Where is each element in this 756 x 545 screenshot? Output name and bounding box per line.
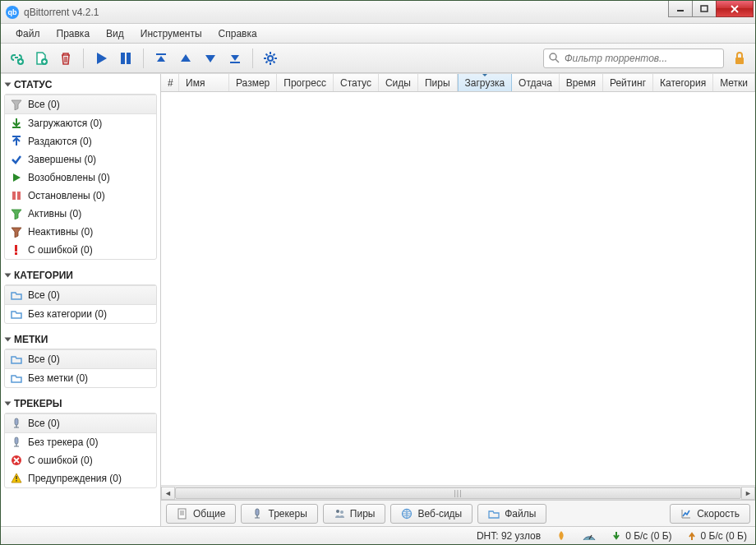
col-progress[interactable]: Прогресс (277, 74, 334, 91)
trackers-group: Все (0) Без трекера (0) С ошибкой (0) Пр… (4, 413, 157, 488)
scroll-left-button[interactable]: ◄ (161, 487, 175, 500)
col-status[interactable]: Статус (334, 74, 379, 91)
folder-icon (10, 353, 23, 366)
section-categories-header[interactable]: КАТЕГОРИИ (1, 266, 160, 284)
menu-file[interactable]: Файл (7, 25, 48, 42)
filter-completed[interactable]: Завершены (0) (5, 150, 156, 169)
tab-peers[interactable]: Пиры (323, 504, 386, 524)
folder-icon (10, 372, 23, 385)
tab-trackers[interactable]: Трекеры (241, 504, 317, 524)
menu-help[interactable]: Справка (210, 25, 265, 42)
status-dht-label: DHT: 92 узлов (477, 530, 541, 542)
col-eta[interactable]: Время (560, 74, 603, 91)
filter-errored[interactable]: С ошибкой (0) (5, 241, 156, 259)
sidebar-item-label: Все (0) (28, 418, 60, 429)
category-none[interactable]: Без категории (0) (5, 305, 156, 323)
section-status-header[interactable]: СТАТУС (1, 76, 160, 94)
scroll-thumb[interactable]: ||| (175, 487, 741, 499)
filter-seeding[interactable]: Раздаются (0) (5, 132, 156, 150)
section-trackers-header[interactable]: ТРЕКЕРЫ (1, 395, 160, 413)
status-alt-speed[interactable] (582, 531, 597, 541)
col-seeds[interactable]: Сиды (379, 74, 418, 91)
section-title: МЕТКИ (14, 334, 48, 345)
sidebar-item-label: Активны (0) (28, 208, 81, 219)
col-download[interactable]: Загрузка (458, 74, 513, 91)
svg-rect-5 (127, 53, 131, 64)
section-tags-header[interactable]: МЕТКИ (1, 330, 160, 349)
tag-all[interactable]: Все (0) (5, 349, 156, 369)
move-top-button[interactable] (152, 49, 170, 67)
tracker-none[interactable]: Без трекера (0) (5, 433, 156, 451)
tab-general[interactable]: Общие (166, 504, 236, 524)
col-rating[interactable]: Рейтинг (603, 74, 653, 91)
svg-rect-12 (17, 192, 21, 200)
filter-all[interactable]: Все (0) (5, 95, 156, 114)
filter-active[interactable]: Активны (0) (5, 205, 156, 223)
filter-resumed[interactable]: Возобновлены (0) (5, 169, 156, 187)
col-category[interactable]: Категория (653, 74, 713, 91)
status-upload[interactable]: 0 Б/с (0 Б) (687, 530, 747, 542)
col-name[interactable]: Имя (179, 74, 229, 91)
status-dht[interactable]: DHT: 92 узлов (477, 530, 541, 542)
scroll-right-button[interactable]: ► (741, 487, 755, 500)
maximize-button[interactable] (692, 1, 717, 17)
people-icon (334, 508, 345, 520)
add-link-button[interactable] (7, 49, 25, 67)
status-download[interactable]: 0 Б/с (0 Б) (611, 530, 671, 542)
settings-button[interactable] (261, 49, 279, 67)
tracker-all[interactable]: Все (0) (5, 413, 156, 433)
horizontal-scrollbar[interactable]: ◄ ||| ► (161, 485, 755, 500)
svg-point-22 (336, 510, 339, 513)
tab-content[interactable]: Файлы (477, 504, 546, 524)
server-icon (10, 417, 23, 430)
delete-button[interactable] (57, 49, 75, 67)
move-down-button[interactable] (201, 49, 219, 67)
down-arrow-icon (611, 531, 621, 541)
tab-http-sources[interactable]: Веб-сиды (390, 504, 472, 524)
folder-icon (488, 508, 500, 520)
tab-label: Пиры (350, 508, 376, 520)
funnel-icon (10, 98, 23, 111)
tab-label: Файлы (505, 508, 536, 520)
main-area: # Имя Размер Прогресс Статус Сиды Пиры З… (161, 74, 755, 526)
pause-icon (10, 189, 23, 202)
svg-rect-14 (15, 252, 17, 255)
toolbar-separator (252, 48, 253, 68)
col-peers[interactable]: Пиры (418, 74, 458, 91)
tracker-warning[interactable]: Предупреждения (0) (5, 469, 156, 487)
filter-downloading[interactable]: Загружаются (0) (5, 114, 156, 132)
flame-icon (555, 530, 567, 542)
tab-label: Скорость (697, 508, 740, 520)
move-up-button[interactable] (177, 49, 195, 67)
minimize-button[interactable] (668, 1, 693, 17)
filter-inactive[interactable]: Неактивны (0) (5, 223, 156, 241)
lock-button[interactable] (731, 49, 749, 67)
menu-edit[interactable]: Правка (48, 25, 99, 42)
col-num[interactable]: # (161, 74, 179, 91)
col-tags[interactable]: Метки (713, 74, 755, 91)
tag-none[interactable]: Без метки (0) (5, 369, 156, 387)
add-file-button[interactable] (32, 49, 50, 67)
play-icon (10, 171, 23, 184)
category-all[interactable]: Все (0) (5, 285, 156, 305)
status-group: Все (0) Загружаются (0) Раздаются (0) За… (4, 94, 157, 260)
svg-rect-0 (677, 10, 684, 12)
filter-paused[interactable]: Остановлены (0) (5, 187, 156, 205)
section-title: КАТЕГОРИИ (14, 270, 73, 281)
col-upload[interactable]: Отдача (512, 74, 560, 91)
resume-button[interactable] (92, 49, 110, 67)
status-firewall[interactable] (555, 530, 567, 542)
pause-button[interactable] (117, 49, 135, 67)
scroll-track[interactable]: ||| (175, 487, 741, 500)
filter-input[interactable] (565, 53, 718, 64)
svg-rect-4 (121, 53, 125, 64)
close-button[interactable] (716, 1, 754, 17)
sidebar-item-label: Все (0) (28, 289, 60, 301)
move-bottom-button[interactable] (226, 49, 244, 67)
col-size[interactable]: Размер (229, 74, 277, 91)
tracker-error[interactable]: С ошибкой (0) (5, 451, 156, 469)
tab-speed[interactable]: Скорость (670, 504, 750, 524)
caret-icon (5, 402, 12, 406)
menu-view[interactable]: Вид (98, 25, 132, 42)
menu-tools[interactable]: Инструменты (132, 25, 210, 42)
